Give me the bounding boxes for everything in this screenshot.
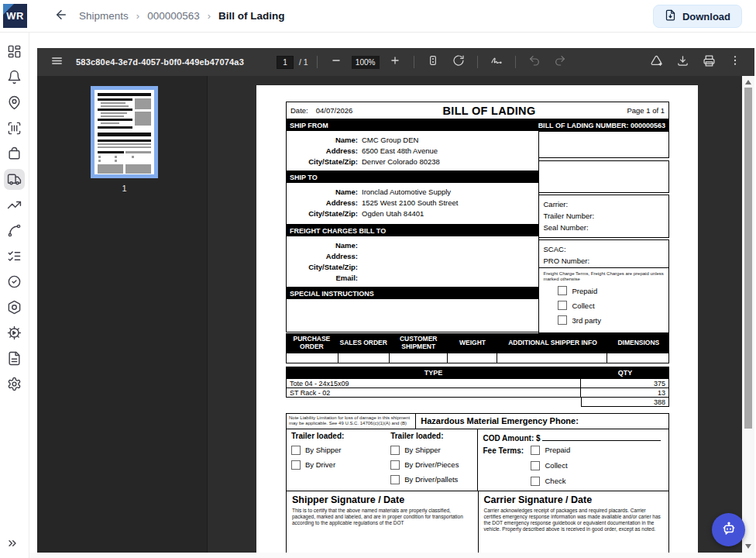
fee-prepaid-checkbox <box>531 446 540 455</box>
ship-from-name: CMC Group DEN <box>358 135 418 146</box>
sidebar-item-tasks[interactable] <box>4 246 25 267</box>
fee-prepaid-label: Prepaid <box>545 446 570 454</box>
item-type: Tote 04 - 24x15x09 <box>287 379 581 388</box>
scrollbar-thumb[interactable] <box>744 88 752 429</box>
liability-note: Note Liability Limitation for loss of da… <box>286 413 416 429</box>
ship-from-csz: Denver Colorado 80238 <box>358 157 440 167</box>
collect-checkbox <box>558 301 567 310</box>
zoom-level[interactable]: 100% <box>352 56 380 69</box>
sidebar-item-notifications[interactable] <box>4 67 25 88</box>
field-label: Name: <box>287 187 358 198</box>
download-button-label: Download <box>682 11 730 22</box>
breadcrumb-separator: › <box>136 10 139 22</box>
form-title: BILL OF LADING <box>383 105 595 117</box>
breadcrumb-bill-of-lading: Bill of Lading <box>218 10 285 22</box>
trailer-loaded-section: Trailer loaded: By Shipper By Driver Tra… <box>286 429 669 491</box>
thumbnail-panel: 1 <box>37 76 208 553</box>
file-text-icon <box>7 351 22 366</box>
freight-bill-to-fields: Name: Address: City/State/Zip: Email: <box>286 236 539 288</box>
sidebar-item-locations[interactable] <box>4 92 25 113</box>
breadcrumb-shipment-id[interactable]: 000000563 <box>147 10 200 22</box>
scroll-down-arrow[interactable] <box>745 544 751 549</box>
bottom-strip <box>29 553 756 558</box>
by-driver-pieces-label: By Driver/Pieces <box>404 460 459 469</box>
zoom-out-button[interactable] <box>326 52 346 72</box>
trailer-loaded-left: Trailer loaded: By Shipper By Driver <box>287 429 386 491</box>
signature-tool-button[interactable] <box>486 52 507 72</box>
sidebar-item-dashboard[interactable] <box>4 41 25 62</box>
trending-up-icon <box>7 198 22 212</box>
by-driver-pieces-checkbox <box>390 460 400 470</box>
scroll-up-arrow[interactable] <box>745 80 751 84</box>
undo-button[interactable] <box>524 52 545 72</box>
fee-check-label: Check <box>545 477 565 485</box>
print-icon <box>703 54 716 71</box>
pdf-viewer: 583c80e4-3e7d-4057-b0f0-449eb47074a3 / 1… <box>37 48 754 553</box>
breadcrumb-separator: › <box>208 10 211 22</box>
breadcrumb-shipments[interactable]: Shipments <box>79 10 129 22</box>
sidebar-toggle-button[interactable] <box>46 52 67 72</box>
prepaid-checkbox <box>558 286 567 295</box>
special-instructions-header-bar: SPECIAL INSTRUCTIONS <box>286 288 539 299</box>
sidebar-item-scan[interactable] <box>4 118 25 139</box>
sidebar-item-approvals[interactable] <box>4 271 25 292</box>
rotate-page-button[interactable] <box>448 52 469 72</box>
back-button[interactable] <box>50 5 73 28</box>
fee-collect-checkbox <box>531 461 540 470</box>
sidebar-item-targets[interactable] <box>4 297 25 318</box>
fit-page-button[interactable] <box>423 52 443 72</box>
by-driver-pallets-checkbox <box>390 475 400 484</box>
toolbar-download-icon <box>676 54 689 71</box>
col-weight: WEIGHT <box>448 339 497 347</box>
sidebar-expand-button[interactable] <box>6 537 19 553</box>
scac-label: SCAC: <box>544 243 665 255</box>
page-thumbnail[interactable]: 1 <box>91 86 158 193</box>
field-label: Address: <box>287 146 358 157</box>
sidebar-item-documents[interactable] <box>4 348 25 369</box>
chat-assistant-button[interactable] <box>712 513 745 546</box>
more-options-button[interactable] <box>725 52 745 72</box>
page-number-input[interactable] <box>277 56 294 69</box>
item-qty: 375 <box>581 379 668 388</box>
item-type: ST Rack - 02 <box>287 388 581 397</box>
robot-chat-icon <box>720 520 737 540</box>
field-label: City/State/Zip: <box>287 262 358 273</box>
empty-box <box>538 160 670 193</box>
field-label: City/State/Zip: <box>287 157 358 167</box>
sidebar-item-settings[interactable] <box>4 374 25 394</box>
download-document-button[interactable] <box>672 52 692 72</box>
bol-number: BILL OF LADING NUMBER: 000000563 <box>538 122 665 129</box>
app-window: WR Shipments › 000000563 › Bill of Ladin… <box>0 0 756 558</box>
items-table-header: TYPE QTY <box>286 367 669 379</box>
trailer-loaded-label: Trailer loaded: <box>291 432 381 440</box>
toolbar-center-controls: / 1 100% <box>277 52 570 72</box>
sidebar-item-analytics[interactable] <box>4 195 25 215</box>
scac-box: SCAC: PRO Number: <box>538 239 670 268</box>
settings-gear-icon <box>7 377 22 391</box>
document-id: 583c80e4-3e7d-4057-b0f0-449eb47074a3 <box>76 57 244 67</box>
hazmat-row: Note Liability Limitation for loss of da… <box>286 413 669 429</box>
zoom-in-button[interactable] <box>385 52 405 72</box>
add-annotation-button[interactable] <box>646 52 666 72</box>
carrier-label: Carrier: <box>544 198 665 210</box>
zoom-in-icon <box>390 55 400 69</box>
by-shipper-label: By Shipper <box>305 446 341 454</box>
app-logo[interactable]: WR <box>3 4 27 28</box>
col-qty: QTY <box>581 369 669 377</box>
seal-number-label: Seal Number: <box>544 222 665 233</box>
sidebar-item-shipments[interactable] <box>4 169 25 190</box>
signature-section: Shipper Signature / Date This is to cert… <box>286 491 669 553</box>
signature-icon <box>490 54 503 70</box>
pro-number-label: PRO Number: <box>544 255 665 267</box>
sidebar-item-orders[interactable] <box>4 143 25 164</box>
sidebar-item-routes[interactable] <box>4 220 25 241</box>
date-value: 04/07/2026 <box>316 106 353 115</box>
empty-box <box>538 131 670 158</box>
sidebar-item-automation[interactable] <box>4 322 25 343</box>
download-button[interactable]: Download <box>653 5 742 28</box>
redo-button[interactable] <box>550 52 570 72</box>
print-button[interactable] <box>699 52 719 72</box>
col-purchase-order: PURCHASE ORDER <box>286 336 338 351</box>
date-field: Date:04/07/2026 <box>290 106 383 115</box>
fee-check-checkbox <box>531 477 540 486</box>
